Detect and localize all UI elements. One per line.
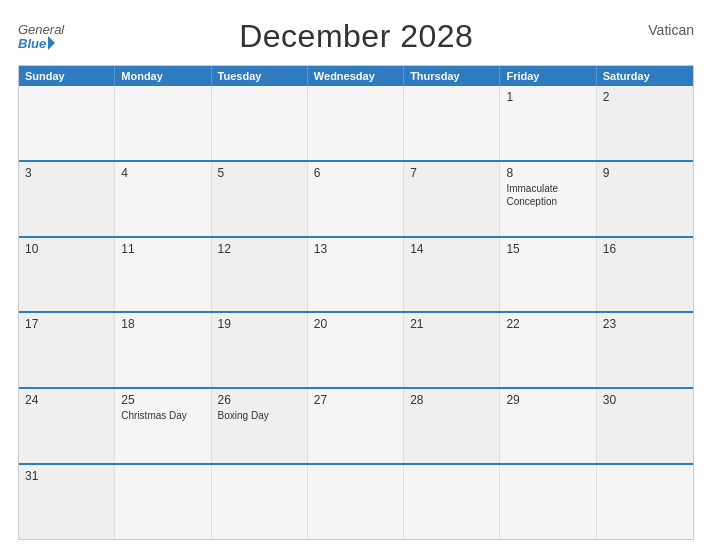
- day-number: 22: [506, 317, 589, 331]
- day-number: 1: [506, 90, 589, 104]
- header-saturday: Saturday: [597, 66, 693, 86]
- day-cell-4-3: 27: [308, 389, 404, 463]
- day-cell-4-2: 26Boxing Day: [212, 389, 308, 463]
- holiday-label: Immaculate Conception: [506, 182, 589, 208]
- day-number: 30: [603, 393, 687, 407]
- day-cell-3-4: 21: [404, 313, 500, 387]
- day-number: 27: [314, 393, 397, 407]
- day-cell-2-4: 14: [404, 238, 500, 312]
- day-number: 20: [314, 317, 397, 331]
- day-cell-1-5: 8Immaculate Conception: [500, 162, 596, 236]
- day-cell-1-4: 7: [404, 162, 500, 236]
- calendar-body: 12345678Immaculate Conception91011121314…: [19, 86, 693, 539]
- day-cell-1-2: 5: [212, 162, 308, 236]
- day-number: 10: [25, 242, 108, 256]
- day-number: 4: [121, 166, 204, 180]
- holiday-label: Christmas Day: [121, 409, 204, 422]
- day-number: 5: [218, 166, 301, 180]
- day-cell-2-6: 16: [597, 238, 693, 312]
- day-cell-3-0: 17: [19, 313, 115, 387]
- day-number: 7: [410, 166, 493, 180]
- day-number: 11: [121, 242, 204, 256]
- day-cell-0-4: [404, 86, 500, 160]
- day-cell-0-5: 1: [500, 86, 596, 160]
- day-cell-4-4: 28: [404, 389, 500, 463]
- week-row-3: 17181920212223: [19, 311, 693, 387]
- day-cell-3-3: 20: [308, 313, 404, 387]
- day-number: 16: [603, 242, 687, 256]
- day-number: 24: [25, 393, 108, 407]
- week-row-4: 2425Christmas Day26Boxing Day27282930: [19, 387, 693, 463]
- header-sunday: Sunday: [19, 66, 115, 86]
- day-cell-2-2: 12: [212, 238, 308, 312]
- logo-triangle-icon: [48, 36, 55, 50]
- day-number: 3: [25, 166, 108, 180]
- header: General Blue December 2028 Vatican: [18, 18, 694, 55]
- holiday-label: Boxing Day: [218, 409, 301, 422]
- day-cell-5-2: [212, 465, 308, 539]
- day-number: 19: [218, 317, 301, 331]
- calendar-title: December 2028: [239, 18, 473, 55]
- day-cell-2-3: 13: [308, 238, 404, 312]
- day-number: 28: [410, 393, 493, 407]
- day-cell-3-6: 23: [597, 313, 693, 387]
- day-cell-4-5: 29: [500, 389, 596, 463]
- day-cell-4-0: 24: [19, 389, 115, 463]
- header-tuesday: Tuesday: [212, 66, 308, 86]
- day-number: 8: [506, 166, 589, 180]
- day-number: 15: [506, 242, 589, 256]
- logo-general-text: General: [18, 23, 64, 36]
- week-row-2: 10111213141516: [19, 236, 693, 312]
- day-number: 2: [603, 90, 687, 104]
- day-cell-3-1: 18: [115, 313, 211, 387]
- day-cell-0-3: [308, 86, 404, 160]
- day-cell-4-1: 25Christmas Day: [115, 389, 211, 463]
- day-cell-5-1: [115, 465, 211, 539]
- day-cell-5-5: [500, 465, 596, 539]
- calendar-header-row: Sunday Monday Tuesday Wednesday Thursday…: [19, 66, 693, 86]
- day-cell-3-5: 22: [500, 313, 596, 387]
- day-number: 14: [410, 242, 493, 256]
- day-cell-5-3: [308, 465, 404, 539]
- day-number: 29: [506, 393, 589, 407]
- day-number: 12: [218, 242, 301, 256]
- day-cell-1-0: 3: [19, 162, 115, 236]
- day-cell-5-4: [404, 465, 500, 539]
- day-cell-4-6: 30: [597, 389, 693, 463]
- header-thursday: Thursday: [404, 66, 500, 86]
- day-cell-0-6: 2: [597, 86, 693, 160]
- logo-blue-text: Blue: [18, 36, 55, 50]
- day-number: 18: [121, 317, 204, 331]
- day-number: 31: [25, 469, 108, 483]
- logo: General Blue: [18, 23, 64, 50]
- week-row-5: 31: [19, 463, 693, 539]
- calendar-grid: Sunday Monday Tuesday Wednesday Thursday…: [18, 65, 694, 540]
- day-cell-1-3: 6: [308, 162, 404, 236]
- day-number: 25: [121, 393, 204, 407]
- day-cell-2-1: 11: [115, 238, 211, 312]
- day-cell-2-0: 10: [19, 238, 115, 312]
- day-number: 13: [314, 242, 397, 256]
- week-row-1: 345678Immaculate Conception9: [19, 160, 693, 236]
- header-wednesday: Wednesday: [308, 66, 404, 86]
- calendar-page: General Blue December 2028 Vatican Sunda…: [0, 0, 712, 550]
- day-cell-0-1: [115, 86, 211, 160]
- day-number: 21: [410, 317, 493, 331]
- day-number: 6: [314, 166, 397, 180]
- day-number: 17: [25, 317, 108, 331]
- day-cell-0-0: [19, 86, 115, 160]
- week-row-0: 12: [19, 86, 693, 160]
- day-cell-1-6: 9: [597, 162, 693, 236]
- day-cell-2-5: 15: [500, 238, 596, 312]
- day-number: 23: [603, 317, 687, 331]
- header-monday: Monday: [115, 66, 211, 86]
- day-cell-3-2: 19: [212, 313, 308, 387]
- day-cell-1-1: 4: [115, 162, 211, 236]
- day-number: 26: [218, 393, 301, 407]
- header-friday: Friday: [500, 66, 596, 86]
- day-cell-5-6: [597, 465, 693, 539]
- day-cell-5-0: 31: [19, 465, 115, 539]
- day-number: 9: [603, 166, 687, 180]
- region-label: Vatican: [648, 22, 694, 38]
- day-cell-0-2: [212, 86, 308, 160]
